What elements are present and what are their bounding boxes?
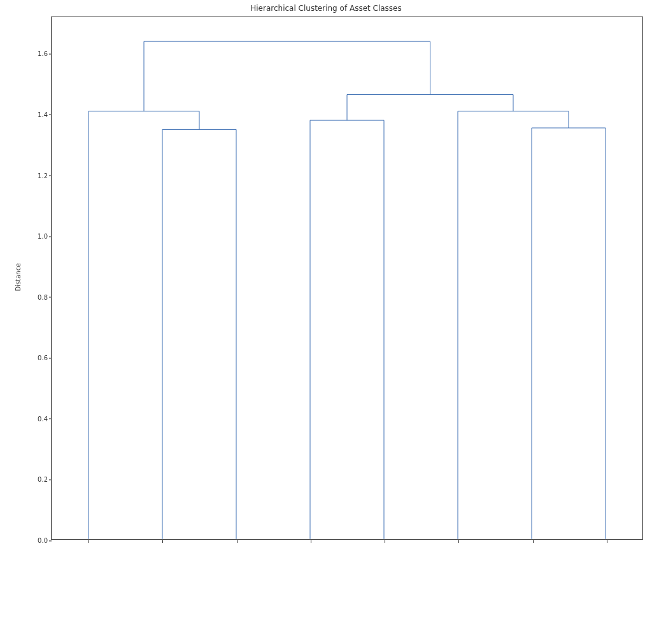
y-tick: 1.0: [22, 233, 48, 240]
dendro-link: [310, 120, 384, 539]
y-tick: 0.2: [22, 476, 48, 483]
dendro-link: [532, 128, 606, 539]
x-tick: [533, 540, 534, 543]
axes-area: 0.00.20.40.60.81.01.21.41.6: [51, 17, 643, 540]
dendro-link: [89, 111, 199, 539]
x-tick: [237, 540, 237, 543]
dendrogram-lines: [52, 17, 642, 539]
y-axis-label-container: Distance: [11, 0, 19, 644]
x-tick: [311, 540, 311, 543]
x-tick: [385, 540, 385, 543]
dendro-link: [458, 111, 569, 539]
y-axis-label: Distance: [15, 252, 22, 303]
dendro-link: [144, 41, 430, 111]
y-tick: 1.4: [22, 111, 48, 118]
y-tick: 0.8: [22, 293, 48, 300]
dendro-link: [162, 129, 236, 539]
x-tick-label: Technology: [527, 545, 537, 644]
y-tick: 0.6: [22, 354, 48, 361]
x-tick: [458, 540, 459, 543]
x-tick-label: Healthcare: [453, 545, 463, 644]
figure: Hierarchical Clustering of Asset Classes…: [0, 0, 652, 644]
x-tick-label: Commodities: [379, 545, 389, 644]
x-tick-label: Investment Grade Credit: [83, 545, 93, 644]
y-tick: 0.0: [22, 537, 48, 544]
x-tick: [607, 540, 607, 543]
x-tick-label: Gold: [305, 545, 315, 644]
chart-title: Hierarchical Clustering of Asset Classes: [0, 4, 652, 13]
y-tick: 0.4: [22, 415, 48, 422]
x-tick: [89, 540, 89, 543]
dendro-link: [347, 95, 513, 121]
y-tick: 1.6: [22, 50, 48, 57]
x-tick-label: Nominal Bonds: [601, 545, 611, 644]
x-tick-label: Inflation-Linked Bonds: [231, 545, 241, 644]
x-tick: [162, 540, 163, 543]
x-tick-label: High Yield Credit: [157, 545, 167, 644]
y-tick: 1.2: [22, 172, 48, 179]
